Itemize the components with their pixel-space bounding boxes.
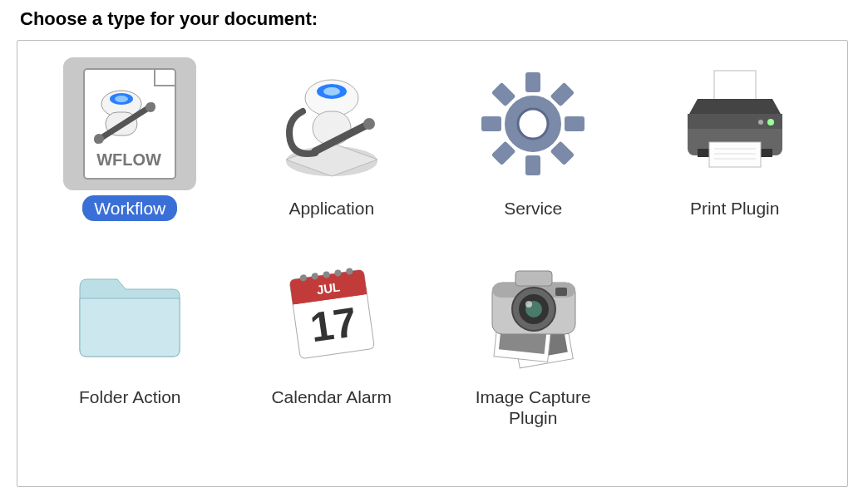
type-label: Folder Action <box>67 384 193 410</box>
svg-text:17: 17 <box>307 298 359 351</box>
svg-rect-20 <box>481 116 501 131</box>
type-print-plugin[interactable]: Print Plugin <box>644 57 826 221</box>
application-icon <box>265 57 398 190</box>
svg-point-58 <box>525 301 532 308</box>
type-label: Workflow <box>82 195 177 221</box>
svg-point-31 <box>767 119 774 125</box>
type-image-capture-plugin[interactable]: Image Capture Plugin <box>441 246 624 431</box>
type-service[interactable]: Service <box>441 57 624 221</box>
svg-rect-54 <box>515 271 552 286</box>
calendar-icon: JUL 17 <box>265 246 398 379</box>
svg-rect-23 <box>491 141 516 166</box>
svg-rect-19 <box>525 155 540 175</box>
svg-point-7 <box>145 102 155 112</box>
svg-rect-59 <box>555 288 567 296</box>
type-workflow[interactable]: WFLOW Workflow <box>38 57 221 221</box>
printer-icon <box>668 57 801 190</box>
svg-point-32 <box>758 120 763 125</box>
document-type-chooser: WFLOW Workflow <box>17 40 848 487</box>
type-calendar-alarm[interactable]: JUL 17 Calendar Alarm <box>240 246 423 431</box>
type-label: Application <box>277 195 386 221</box>
svg-rect-18 <box>525 72 540 92</box>
type-label: Print Plugin <box>678 195 791 221</box>
camera-icon <box>466 246 599 379</box>
svg-rect-21 <box>565 116 584 131</box>
chooser-title: Choose a type for your document: <box>20 8 851 30</box>
svg-point-16 <box>363 118 375 130</box>
type-label: Calendar Alarm <box>259 384 403 410</box>
type-label: Image Capture Plugin <box>441 384 624 431</box>
svg-rect-34 <box>709 142 761 167</box>
svg-text:WFLOW: WFLOW <box>96 150 161 169</box>
type-application[interactable]: Application <box>240 57 423 221</box>
type-grid: WFLOW Workflow <box>37 57 827 431</box>
svg-point-13 <box>323 87 340 96</box>
service-icon <box>466 57 599 190</box>
type-folder-action[interactable]: Folder Action <box>38 246 221 431</box>
svg-point-6 <box>94 134 104 144</box>
svg-point-3 <box>115 96 128 102</box>
svg-rect-24 <box>491 82 516 107</box>
folder-icon <box>63 246 196 379</box>
svg-rect-25 <box>550 141 575 166</box>
svg-rect-22 <box>550 82 575 107</box>
type-label: Service <box>492 195 574 221</box>
workflow-icon: WFLOW <box>63 57 196 190</box>
